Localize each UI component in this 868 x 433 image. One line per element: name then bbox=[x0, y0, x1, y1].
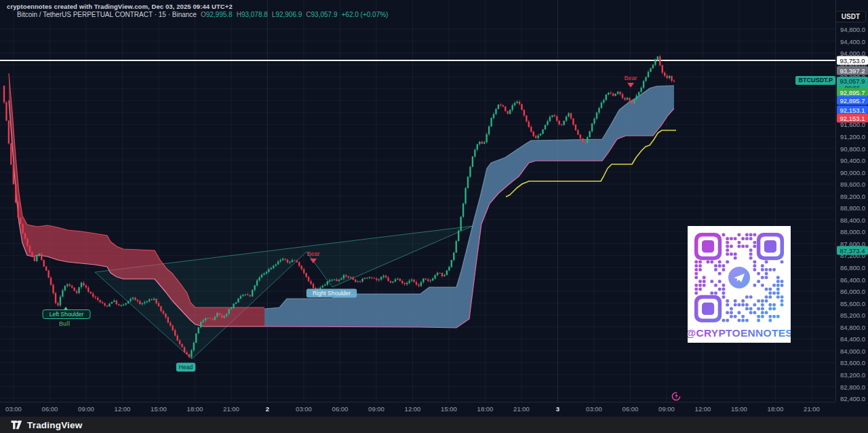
price-tick: 88,400.0 bbox=[840, 216, 865, 223]
time-label: 18:00 bbox=[477, 405, 494, 413]
high-label: H bbox=[237, 11, 241, 18]
symbol-ohlc-row[interactable]: Bitcoin / TetherUS PERPETUAL CONTRACT · … bbox=[17, 11, 388, 18]
tradingview-logo-icon[interactable] bbox=[11, 420, 22, 430]
price-level-badge: 93,753.0 bbox=[837, 56, 868, 65]
close-value: 93,057.9 bbox=[311, 11, 338, 18]
price-tick: 94,400.0 bbox=[840, 37, 865, 45]
svg-text:Bear: Bear bbox=[307, 250, 319, 257]
change-value: +62.0 (+0.07%) bbox=[341, 11, 388, 18]
price-tick: 85,200.0 bbox=[840, 312, 865, 319]
price-tick: 83,200.0 bbox=[840, 371, 865, 378]
time-label: 21:00 bbox=[513, 405, 530, 413]
symbol-price-label: BTCUSDT.P bbox=[795, 76, 835, 85]
price-tick: 85,600.0 bbox=[840, 299, 865, 307]
time-label: 12:00 bbox=[695, 405, 711, 413]
time-label: 03:00 bbox=[296, 405, 312, 413]
time-label: 06:00 bbox=[623, 405, 639, 413]
symbol-title[interactable]: Bitcoin / TetherUS PERPETUAL CONTRACT · … bbox=[17, 11, 197, 18]
time-label: 09:00 bbox=[658, 405, 675, 413]
price-tick: 86,800.0 bbox=[840, 264, 865, 271]
time-label: 06:00 bbox=[332, 405, 349, 413]
price-tick: 89,600.0 bbox=[840, 181, 865, 188]
price-level-badge: 92,153.1 bbox=[837, 114, 868, 123]
chart-watermark: cryptoennotes created with TradingView.c… bbox=[7, 3, 233, 10]
price-tick: 94,800.0 bbox=[840, 26, 865, 33]
price-tick: 90,400.0 bbox=[840, 157, 865, 164]
time-label: 18:00 bbox=[187, 405, 203, 413]
time-label: 21:00 bbox=[223, 405, 239, 413]
price-level-badge: 92,895.7 bbox=[837, 96, 868, 105]
qr-handle: @CRYPTOENNOTES bbox=[688, 327, 791, 339]
bottom-toolbar: TradingView bbox=[0, 417, 868, 433]
price-tick: 86,400.0 bbox=[840, 276, 865, 283]
price-tick: 88,000.0 bbox=[840, 228, 865, 236]
time-label: 09:00 bbox=[78, 405, 94, 413]
close-label: C bbox=[306, 11, 311, 18]
price-tick: 83,600.0 bbox=[840, 359, 865, 366]
time-label: 12:00 bbox=[115, 405, 131, 413]
price-tick: 84,000.0 bbox=[840, 347, 865, 354]
price-tick: 90,000.0 bbox=[840, 168, 865, 176]
time-label: 09:00 bbox=[368, 405, 384, 413]
qr-watermark-card: @CRYPTOENNOTES bbox=[688, 226, 791, 345]
price-axis[interactable]: USDT 94,800.094,400.094,000.093,600.093,… bbox=[835, 0, 868, 402]
svg-text:Right Shoulder: Right Shoulder bbox=[313, 290, 351, 297]
price-tick: 82,400.0 bbox=[840, 395, 865, 402]
time-label: 18:00 bbox=[768, 405, 784, 413]
open-value: 92,995.8 bbox=[206, 11, 233, 18]
tradingview-chart-window: BearBearLeft ShoulderBullHeadRight Shoul… bbox=[0, 0, 868, 433]
price-tick: 86,000.0 bbox=[840, 288, 865, 295]
price-level-badge: 93,397.2 bbox=[837, 67, 868, 75]
time-label: 06:00 bbox=[42, 405, 58, 413]
price-tick: 84,400.0 bbox=[840, 335, 865, 343]
price-tick: 88,800.0 bbox=[840, 204, 865, 212]
time-label: 15:00 bbox=[441, 405, 457, 413]
time-label: 03:00 bbox=[586, 405, 602, 413]
svg-text:Bull: Bull bbox=[59, 320, 70, 327]
tradingview-brand[interactable]: TradingView bbox=[27, 420, 82, 430]
price-level-badge: 87,373.4 bbox=[837, 246, 868, 255]
svg-text:Bear: Bear bbox=[624, 75, 637, 81]
time-label: 21:00 bbox=[804, 405, 820, 413]
qr-code: @CRYPTOENNOTES bbox=[688, 226, 791, 343]
time-label: 2 bbox=[266, 405, 269, 413]
time-label: 12:00 bbox=[405, 405, 421, 413]
open-label: O bbox=[201, 11, 206, 18]
price-tick: 84,800.0 bbox=[840, 323, 865, 331]
time-label: 15:00 bbox=[151, 405, 167, 413]
price-tick: 82,800.0 bbox=[840, 383, 865, 390]
svg-text:Head: Head bbox=[179, 364, 193, 371]
price-tick: 91,200.0 bbox=[840, 132, 865, 140]
price-tick: 89,200.0 bbox=[840, 192, 865, 200]
time-label: 15:00 bbox=[731, 405, 747, 413]
time-axis[interactable]: 03:0006:0009:0012:0015:0018:0021:00203:0… bbox=[0, 402, 835, 417]
low-value: 92,906.9 bbox=[275, 11, 302, 18]
svg-text:Left Shoulder: Left Shoulder bbox=[50, 311, 84, 318]
currency-badge: USDT bbox=[835, 11, 866, 22]
replay-flash-icon[interactable] bbox=[672, 392, 679, 400]
time-label: 03:00 bbox=[5, 405, 22, 413]
price-tick: 90,800.0 bbox=[840, 145, 865, 152]
time-label: 3 bbox=[556, 405, 559, 413]
high-value: 93,078.8 bbox=[241, 11, 268, 18]
